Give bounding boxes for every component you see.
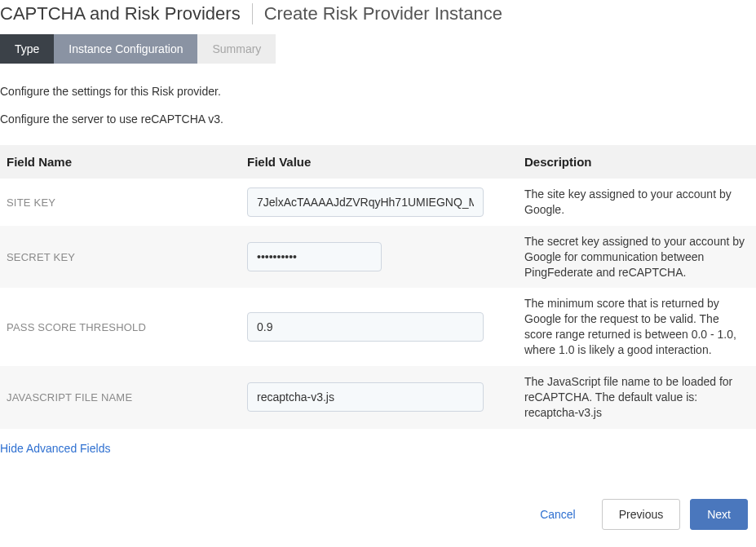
page-header: CAPTCHA and Risk Providers Create Risk P… xyxy=(0,0,756,34)
javascript-file-name-input[interactable] xyxy=(247,382,484,412)
field-label-secret-key: SECRET KEY xyxy=(7,251,75,263)
table-row: JAVASCRIPT FILE NAME The JavaScript file… xyxy=(0,366,756,429)
field-desc-site-key: The site key assigned to your account by… xyxy=(524,187,732,216)
tab-instance-configuration[interactable]: Instance Configuration xyxy=(54,34,197,64)
secret-key-input[interactable] xyxy=(247,242,382,271)
field-desc-secret-key: The secret key assigned to your account … xyxy=(524,235,745,279)
wizard-footer: Cancel Previous Next xyxy=(0,499,756,541)
site-key-input[interactable] xyxy=(247,187,484,217)
table-row: PASS SCORE THRESHOLD The minimum score t… xyxy=(0,288,756,366)
fields-table: Field Name Field Value Description SITE … xyxy=(0,145,756,429)
hide-advanced-fields-link[interactable]: Hide Advanced Fields xyxy=(0,442,110,455)
table-row: SECRET KEY The secret key assigned to yo… xyxy=(0,226,756,289)
col-header-name: Field Name xyxy=(0,145,241,179)
tab-summary: Summary xyxy=(197,34,276,64)
intro-line-2: Configure the server to use reCAPTCHA v3… xyxy=(0,112,756,126)
header-separator xyxy=(252,3,253,24)
field-label-site-key: SITE KEY xyxy=(7,196,55,209)
intro-line-1: Configure the settings for this Risk pro… xyxy=(0,85,756,98)
field-label-pass-score: PASS SCORE THRESHOLD xyxy=(7,321,146,333)
col-header-value: Field Value xyxy=(241,145,518,179)
table-row: SITE KEY The site key assigned to your a… xyxy=(0,179,756,226)
field-desc-js-file: The JavaScript file name to be loaded fo… xyxy=(524,375,732,419)
page-title: CAPTCHA and Risk Providers xyxy=(0,3,252,24)
field-label-js-file: JAVASCRIPT FILE NAME xyxy=(7,391,132,404)
field-desc-pass-score: The minimum score that is returned by Go… xyxy=(524,297,736,356)
page-subtitle: Create Risk Provider Instance xyxy=(264,3,502,24)
intro-text: Configure the settings for this Risk pro… xyxy=(0,85,756,126)
tab-type[interactable]: Type xyxy=(0,34,54,64)
wizard-tabs: Type Instance Configuration Summary xyxy=(0,34,756,64)
col-header-desc: Description xyxy=(518,145,756,179)
pass-score-threshold-input[interactable] xyxy=(247,312,484,342)
previous-button[interactable]: Previous xyxy=(602,499,680,530)
cancel-button[interactable]: Cancel xyxy=(524,500,592,529)
next-button[interactable]: Next xyxy=(690,499,748,530)
